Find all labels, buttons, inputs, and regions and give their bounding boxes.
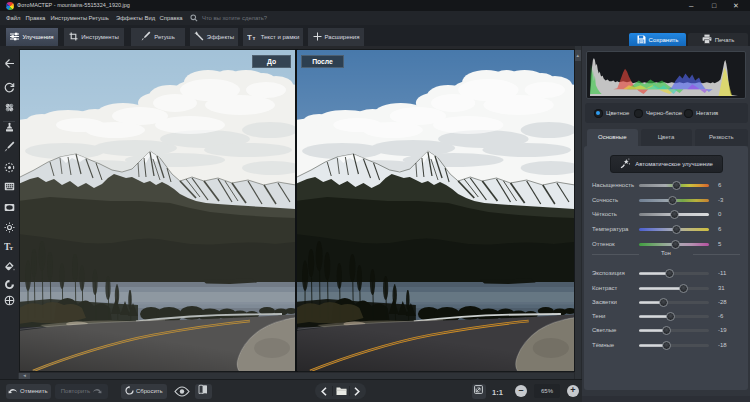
svg-text:т: т [9,244,13,252]
svg-text:т: т [252,35,255,41]
svg-text:T: T [247,33,252,42]
